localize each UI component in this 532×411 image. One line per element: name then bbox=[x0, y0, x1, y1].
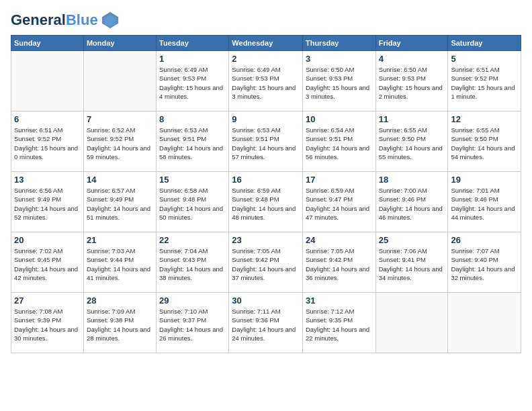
day-number: 11 bbox=[379, 114, 445, 124]
calendar-day: 16Sunrise: 6:59 AMSunset: 9:48 PMDayligh… bbox=[229, 172, 303, 232]
daylight-text: Daylight: 14 hours and 57 minutes. bbox=[232, 144, 296, 161]
calendar-day: 5Sunrise: 6:51 AMSunset: 9:52 PMDaylight… bbox=[448, 51, 521, 111]
day-info: Sunrise: 6:56 AMSunset: 9:49 PMDaylight:… bbox=[14, 186, 81, 222]
sunset-text: Sunset: 9:46 PM bbox=[379, 195, 426, 203]
day-info: Sunrise: 7:07 AMSunset: 9:40 PMDaylight:… bbox=[451, 246, 518, 282]
sunset-text: Sunset: 9:41 PM bbox=[379, 256, 426, 263]
day-number: 8 bbox=[159, 114, 226, 124]
day-number: 27 bbox=[14, 295, 81, 306]
daylight-text: Daylight: 14 hours and 28 minutes. bbox=[87, 326, 150, 342]
day-info: Sunrise: 6:49 AMSunset: 9:53 PMDaylight:… bbox=[159, 65, 226, 101]
day-number: 31 bbox=[306, 295, 373, 306]
day-info: Sunrise: 6:49 AMSunset: 9:53 PMDaylight:… bbox=[232, 65, 300, 101]
calendar-day: 8Sunrise: 6:53 AMSunset: 9:51 PMDaylight… bbox=[157, 111, 229, 172]
day-info: Sunrise: 6:59 AMSunset: 9:48 PMDaylight:… bbox=[232, 186, 300, 222]
daylight-text: Daylight: 14 hours and 58 minutes. bbox=[159, 144, 223, 161]
header-day: Tuesday bbox=[157, 36, 229, 51]
calendar-week: 20Sunrise: 7:02 AMSunset: 9:45 PMDayligh… bbox=[11, 232, 521, 293]
day-number: 24 bbox=[306, 235, 373, 245]
calendar-day: 19Sunrise: 7:01 AMSunset: 9:46 PMDayligh… bbox=[448, 172, 521, 232]
daylight-text: Daylight: 15 hours and 2 minutes. bbox=[379, 84, 443, 100]
day-info: Sunrise: 7:05 AMSunset: 9:42 PMDaylight:… bbox=[306, 246, 373, 282]
day-info: Sunrise: 7:00 AMSunset: 9:46 PMDaylight:… bbox=[379, 186, 445, 222]
day-info: Sunrise: 6:53 AMSunset: 9:51 PMDaylight:… bbox=[159, 126, 226, 161]
calendar-day bbox=[375, 293, 448, 353]
sunset-text: Sunset: 9:42 PM bbox=[306, 256, 353, 263]
day-number: 9 bbox=[232, 114, 300, 124]
daylight-text: Daylight: 15 hours and 0 minutes. bbox=[14, 144, 78, 161]
sunrise-text: Sunrise: 6:55 AM bbox=[451, 126, 499, 134]
sunset-text: Sunset: 9:48 PM bbox=[159, 195, 206, 203]
sunset-text: Sunset: 9:48 PM bbox=[232, 195, 279, 203]
calendar-week: 13Sunrise: 6:56 AMSunset: 9:49 PMDayligh… bbox=[11, 172, 521, 232]
day-info: Sunrise: 6:53 AMSunset: 9:51 PMDaylight:… bbox=[232, 126, 300, 161]
calendar-day: 2Sunrise: 6:49 AMSunset: 9:53 PMDaylight… bbox=[229, 51, 303, 111]
daylight-text: Daylight: 14 hours and 46 minutes. bbox=[379, 205, 443, 221]
logo: GeneralBlue bbox=[11, 11, 120, 30]
day-number: 19 bbox=[451, 175, 518, 185]
day-info: Sunrise: 7:08 AMSunset: 9:39 PMDaylight:… bbox=[14, 307, 81, 342]
calendar-day: 21Sunrise: 7:03 AMSunset: 9:44 PMDayligh… bbox=[83, 232, 156, 293]
calendar-day: 25Sunrise: 7:06 AMSunset: 9:41 PMDayligh… bbox=[375, 232, 448, 293]
sunset-text: Sunset: 9:52 PM bbox=[14, 135, 61, 142]
day-info: Sunrise: 6:51 AMSunset: 9:52 PMDaylight:… bbox=[14, 126, 81, 161]
calendar-day: 6Sunrise: 6:51 AMSunset: 9:52 PMDaylight… bbox=[11, 111, 84, 172]
daylight-text: Daylight: 14 hours and 50 minutes. bbox=[159, 205, 223, 221]
day-number: 21 bbox=[87, 235, 153, 245]
sunset-text: Sunset: 9:36 PM bbox=[232, 316, 279, 324]
sunrise-text: Sunrise: 7:03 AM bbox=[87, 247, 135, 255]
daylight-text: Daylight: 14 hours and 22 minutes. bbox=[306, 326, 369, 342]
daylight-text: Daylight: 15 hours and 3 minutes. bbox=[232, 84, 296, 100]
sunset-text: Sunset: 9:35 PM bbox=[306, 316, 353, 324]
calendar-table: SundayMondayTuesdayWednesdayThursdayFrid… bbox=[11, 35, 521, 353]
sunrise-text: Sunrise: 6:52 AM bbox=[87, 126, 135, 134]
calendar-day: 4Sunrise: 6:50 AMSunset: 9:53 PMDaylight… bbox=[375, 51, 448, 111]
day-info: Sunrise: 6:54 AMSunset: 9:51 PMDaylight:… bbox=[306, 126, 373, 161]
calendar-day: 13Sunrise: 6:56 AMSunset: 9:49 PMDayligh… bbox=[11, 172, 84, 232]
day-info: Sunrise: 7:02 AMSunset: 9:45 PMDaylight:… bbox=[14, 246, 81, 282]
day-info: Sunrise: 7:09 AMSunset: 9:38 PMDaylight:… bbox=[87, 307, 153, 342]
page-header: GeneralBlue bbox=[11, 11, 521, 30]
daylight-text: Daylight: 14 hours and 55 minutes. bbox=[379, 144, 443, 161]
calendar-week: 6Sunrise: 6:51 AMSunset: 9:52 PMDaylight… bbox=[11, 111, 521, 172]
calendar-day: 11Sunrise: 6:55 AMSunset: 9:50 PMDayligh… bbox=[375, 111, 448, 172]
calendar-day: 27Sunrise: 7:08 AMSunset: 9:39 PMDayligh… bbox=[11, 293, 84, 353]
day-info: Sunrise: 6:59 AMSunset: 9:47 PMDaylight:… bbox=[306, 186, 373, 222]
calendar-day: 29Sunrise: 7:10 AMSunset: 9:37 PMDayligh… bbox=[157, 293, 229, 353]
day-number: 22 bbox=[159, 235, 226, 245]
day-number: 14 bbox=[87, 175, 153, 185]
sunrise-text: Sunrise: 7:04 AM bbox=[159, 247, 208, 255]
day-info: Sunrise: 6:58 AMSunset: 9:48 PMDaylight:… bbox=[159, 186, 226, 222]
day-number: 17 bbox=[306, 175, 373, 185]
sunset-text: Sunset: 9:51 PM bbox=[306, 135, 353, 142]
daylight-text: Daylight: 14 hours and 26 minutes. bbox=[159, 326, 223, 342]
calendar-day: 14Sunrise: 6:57 AMSunset: 9:49 PMDayligh… bbox=[83, 172, 156, 232]
calendar-day bbox=[11, 51, 84, 111]
header-day: Friday bbox=[375, 36, 448, 51]
sunset-text: Sunset: 9:52 PM bbox=[451, 75, 498, 82]
header-row: SundayMondayTuesdayWednesdayThursdayFrid… bbox=[11, 36, 521, 51]
day-info: Sunrise: 7:10 AMSunset: 9:37 PMDaylight:… bbox=[159, 307, 226, 342]
sunset-text: Sunset: 9:46 PM bbox=[451, 195, 498, 203]
sunset-text: Sunset: 9:49 PM bbox=[87, 195, 134, 203]
daylight-text: Daylight: 14 hours and 54 minutes. bbox=[451, 144, 515, 161]
calendar-day: 23Sunrise: 7:05 AMSunset: 9:42 PMDayligh… bbox=[229, 232, 303, 293]
day-number: 13 bbox=[14, 175, 81, 185]
day-number: 20 bbox=[14, 235, 81, 245]
sunrise-text: Sunrise: 7:10 AM bbox=[159, 308, 208, 315]
daylight-text: Daylight: 14 hours and 47 minutes. bbox=[306, 205, 369, 221]
sunset-text: Sunset: 9:37 PM bbox=[159, 316, 206, 324]
sunset-text: Sunset: 9:40 PM bbox=[451, 256, 498, 263]
daylight-text: Daylight: 14 hours and 44 minutes. bbox=[451, 205, 515, 221]
sunset-text: Sunset: 9:45 PM bbox=[14, 256, 61, 263]
sunset-text: Sunset: 9:50 PM bbox=[451, 135, 498, 142]
calendar-day bbox=[83, 51, 156, 111]
day-number: 23 bbox=[232, 235, 300, 245]
sunrise-text: Sunrise: 6:53 AM bbox=[232, 126, 280, 134]
sunset-text: Sunset: 9:53 PM bbox=[232, 75, 279, 82]
sunset-text: Sunset: 9:52 PM bbox=[87, 135, 134, 142]
sunset-text: Sunset: 9:50 PM bbox=[379, 135, 426, 142]
sunset-text: Sunset: 9:44 PM bbox=[87, 256, 134, 263]
calendar-day: 20Sunrise: 7:02 AMSunset: 9:45 PMDayligh… bbox=[11, 232, 84, 293]
day-info: Sunrise: 7:11 AMSunset: 9:36 PMDaylight:… bbox=[232, 307, 300, 342]
